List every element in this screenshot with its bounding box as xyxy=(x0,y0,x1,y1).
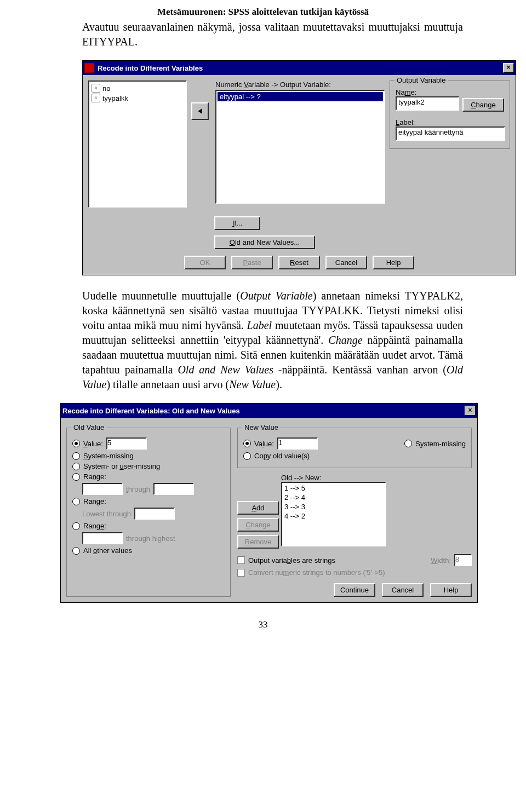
new-value-group: New Value xyxy=(242,423,281,431)
paste-button[interactable]: Paste xyxy=(231,256,273,269)
old-sysusermissing-radio[interactable] xyxy=(72,463,80,470)
var-name: no xyxy=(102,84,110,93)
old-value-radio[interactable] xyxy=(72,440,80,447)
range-highest-input[interactable] xyxy=(82,532,123,544)
list-item[interactable]: 1 --> 5 xyxy=(284,484,383,493)
oldnew-label: Old --> New: xyxy=(281,474,472,482)
cancel-button[interactable]: Cancel xyxy=(382,583,424,597)
continue-button[interactable]: Continue xyxy=(334,583,375,597)
all-other-label: All other values xyxy=(83,546,132,555)
label-field[interactable]: eityypal käännettynä xyxy=(396,126,505,141)
convert-checkbox xyxy=(237,569,245,577)
range-highest-radio[interactable] xyxy=(72,522,80,530)
name-label: Name: xyxy=(396,88,504,96)
name-field[interactable]: tyypalk2 xyxy=(396,96,459,111)
width-input: 8 xyxy=(454,554,472,566)
change-button[interactable]: Change xyxy=(462,98,504,112)
help-button[interactable]: Help xyxy=(373,256,414,269)
convert-label: Convert numeric strings to numbers ('5'-… xyxy=(248,568,385,577)
source-variable-list[interactable]: # no # tyypalkk xyxy=(88,80,187,208)
sysmissing-label: System-missing xyxy=(83,452,134,460)
reset-button[interactable]: Reset xyxy=(278,256,320,269)
mapping-list[interactable]: 1 --> 5 2 --> 4 3 --> 3 4 --> 2 xyxy=(281,482,386,546)
list-item[interactable]: # no xyxy=(92,84,184,93)
range3-label: Range: xyxy=(83,522,106,530)
range-lowest-radio[interactable] xyxy=(72,498,80,505)
move-left-button[interactable] xyxy=(191,102,209,120)
window-title: Recode into Different Variables: Old and… xyxy=(62,407,240,415)
app-icon xyxy=(84,63,94,73)
value-label: Value: xyxy=(83,440,103,448)
list-item[interactable]: 3 --> 3 xyxy=(284,503,383,512)
paragraph-2: Uudelle muunnetulle muuttujalle (Output … xyxy=(82,289,463,392)
all-other-radio[interactable] xyxy=(72,547,80,555)
paragraph-1: Avautuu seuraavanlainen näkymä, jossa va… xyxy=(82,20,463,49)
old-value-input[interactable]: 5 xyxy=(106,437,147,450)
help-button[interactable]: Help xyxy=(430,583,472,597)
strings-label: Output variables are strings xyxy=(248,556,335,565)
svg-marker-0 xyxy=(198,108,202,114)
change-mapping-button[interactable]: Change xyxy=(237,518,279,532)
copy-old-label: Copy old value(s) xyxy=(254,452,310,460)
titlebar: Recode into Different Variables × xyxy=(83,61,516,75)
recode-dialog: Recode into Different Variables × # no #… xyxy=(82,60,516,275)
close-icon[interactable]: × xyxy=(465,406,476,416)
var-name: tyypalkk xyxy=(102,94,128,102)
sysusermissing-label: System- or user-missing xyxy=(83,462,160,470)
list-item[interactable]: # tyypalkk xyxy=(92,94,184,102)
old-value-group: Old Value xyxy=(71,423,106,431)
through-label: through xyxy=(126,485,150,493)
range-lowest-input[interactable] xyxy=(134,508,175,520)
lowest-through-label: Lowest through xyxy=(82,510,131,518)
new-value-label: Value: xyxy=(254,440,274,448)
remove-button[interactable]: Remove xyxy=(237,535,279,549)
ok-button[interactable]: OK xyxy=(184,256,226,269)
selected-mapping[interactable]: eityypal --> ? xyxy=(218,92,383,101)
output-variable-group: Output Variable xyxy=(395,76,448,84)
close-icon[interactable]: × xyxy=(503,63,514,73)
page-number: 33 xyxy=(0,619,526,630)
window-title: Recode into Different Variables xyxy=(98,64,203,72)
add-button[interactable]: Add xyxy=(237,501,279,515)
strings-checkbox[interactable] xyxy=(237,556,245,564)
arrow-left-icon xyxy=(197,108,203,114)
new-sysmissing-radio[interactable] xyxy=(404,440,412,447)
variable-icon: # xyxy=(92,94,100,102)
variable-icon: # xyxy=(92,84,100,93)
new-value-radio[interactable] xyxy=(243,440,251,447)
list-item[interactable]: 2 --> 4 xyxy=(284,493,383,503)
old-new-values-button[interactable]: Old and New Values... xyxy=(214,235,315,249)
titlebar: Recode into Different Variables: Old and… xyxy=(61,404,477,418)
page-header: Metsämuuronen: SPSS aloittelevan tutkija… xyxy=(0,0,526,20)
numeric-variable-label: Numeric Variable -> Output Variable: xyxy=(215,80,385,89)
old-sysmissing-radio[interactable] xyxy=(72,452,80,460)
range-radio[interactable] xyxy=(72,473,80,481)
cancel-button[interactable]: Cancel xyxy=(325,256,367,269)
label-label: Label: xyxy=(396,118,504,126)
if-button[interactable]: If... xyxy=(214,216,260,230)
width-label: Width: xyxy=(431,556,451,565)
numeric-output-list[interactable]: eityypal --> ? xyxy=(215,90,385,204)
range-label: Range: xyxy=(83,473,106,481)
new-value-input[interactable]: 1 xyxy=(277,437,318,450)
new-sysmissing-label: System-missing xyxy=(415,440,466,448)
list-item[interactable]: 4 --> 2 xyxy=(284,512,383,521)
range-to-input[interactable] xyxy=(153,483,194,495)
through-highest-label: through highest xyxy=(126,534,175,543)
range-from-input[interactable] xyxy=(82,483,123,495)
range2-label: Range: xyxy=(83,497,106,505)
old-new-values-dialog: Recode into Different Variables: Old and… xyxy=(60,403,478,603)
copy-old-radio[interactable] xyxy=(243,452,251,460)
